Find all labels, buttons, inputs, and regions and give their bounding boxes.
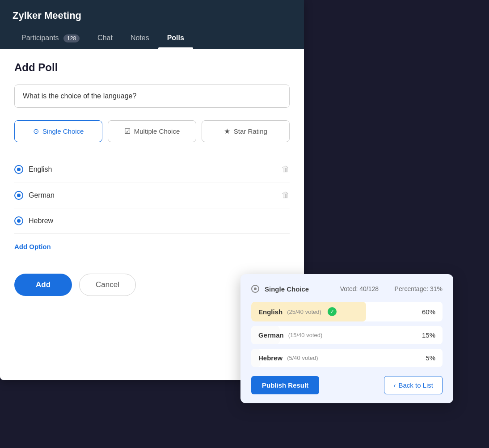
add-option-link[interactable]: Add Option [14, 243, 51, 250]
radio-english [14, 165, 23, 174]
poll-type-selector: ⊙ Single Choice ☑ Multiple Choice ★ Star… [14, 120, 290, 142]
result-bars: English (25/40 voted) ✓ 60% German (15/4… [251, 302, 443, 367]
result-votes-hebrew: (5/40 voted) [287, 355, 318, 361]
poll-type-single[interactable]: ⊙ Single Choice [14, 120, 102, 142]
participants-badge: 128 [63, 34, 80, 42]
tab-polls[interactable]: Polls [158, 30, 193, 49]
results-type-label: Single Choice [265, 285, 309, 293]
meeting-header: Zylker Meeting Participants 128 Chat Not… [0, 0, 304, 49]
star-rating-icon: ★ [224, 127, 230, 135]
list-item: English (25/40 voted) ✓ 60% [251, 302, 443, 321]
results-radio-icon [251, 285, 259, 293]
list-item: Hebrew (5/40 voted) 5% [251, 349, 443, 367]
results-voted: Voted: 40/128 Percentage: 31% [340, 285, 443, 292]
result-name-hebrew: Hebrew [258, 354, 282, 362]
table-row: Hebrew [14, 208, 290, 234]
page-title: Add Poll [14, 61, 290, 74]
poll-content: Add Poll ⊙ Single Choice ☑ Multiple Choi… [0, 49, 304, 309]
radio-german [14, 191, 23, 200]
add-button[interactable]: Add [14, 274, 72, 296]
back-chevron-icon: ‹ [393, 381, 396, 389]
publish-result-button[interactable]: Publish Result [251, 376, 319, 394]
poll-type-multiple[interactable]: ☑ Multiple Choice [108, 120, 196, 142]
result-pct-hebrew: 5% [426, 354, 435, 362]
tab-participants[interactable]: Participants 128 [13, 30, 89, 49]
poll-question-input[interactable] [14, 85, 290, 108]
meeting-title: Zylker Meeting [13, 10, 291, 21]
result-votes-german: (15/40 voted) [288, 332, 323, 338]
results-header: Single Choice Voted: 40/128 Percentage: … [251, 285, 443, 293]
result-pct-english: 60% [422, 308, 435, 316]
delete-german-icon[interactable]: 🗑 [282, 190, 290, 200]
result-name-english: English [258, 308, 282, 316]
options-list: English 🗑 German 🗑 Hebrew [14, 156, 290, 234]
result-votes-english: (25/40 voted) [287, 309, 321, 315]
tab-chat[interactable]: Chat [89, 30, 122, 49]
results-panel: Single Choice Voted: 40/128 Percentage: … [240, 274, 453, 403]
results-footer: Publish Result ‹ Back to List [251, 376, 443, 394]
meeting-tabs: Participants 128 Chat Notes Polls [13, 30, 291, 49]
poll-type-star[interactable]: ★ Star Rating [202, 120, 290, 142]
option-label-hebrew: Hebrew [29, 217, 290, 225]
option-label-german: German [29, 191, 276, 199]
result-name-german: German [258, 331, 284, 339]
cancel-button[interactable]: Cancel [79, 274, 136, 296]
single-choice-icon: ⊙ [33, 127, 39, 135]
tab-notes[interactable]: Notes [122, 30, 158, 49]
list-item: German (15/40 voted) 15% [251, 326, 443, 344]
back-to-list-button[interactable]: ‹ Back to List [384, 376, 443, 394]
option-label-english: English [29, 165, 276, 173]
table-row: English 🗑 [14, 156, 290, 182]
table-row: German 🗑 [14, 182, 290, 208]
radio-hebrew [14, 216, 23, 225]
delete-english-icon[interactable]: 🗑 [282, 165, 290, 174]
result-pct-german: 15% [422, 331, 435, 339]
multiple-choice-icon: ☑ [124, 127, 131, 135]
winner-check-icon: ✓ [328, 307, 337, 316]
